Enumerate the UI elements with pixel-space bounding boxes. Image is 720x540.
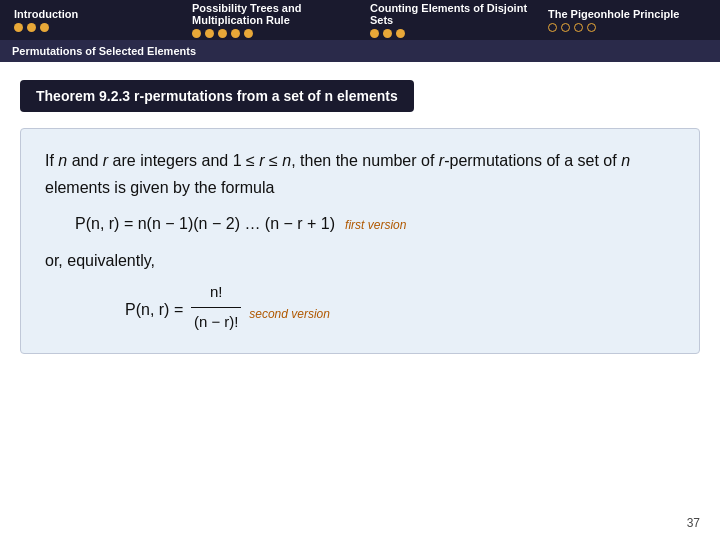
nav-section-possibility[interactable]: Possibility Trees and Multiplication Rul… [182, 0, 360, 40]
var-r: r [103, 152, 108, 169]
nav-title-pigeonhole: The Pigeonhole Principle [548, 8, 706, 20]
dot-2 [205, 29, 214, 38]
first-formula: P(n, r) = n(n − 1)(n − 2) … (n − r + 1) [75, 211, 335, 237]
dot-3 [574, 23, 583, 32]
second-version-label: second version [249, 305, 330, 325]
nav-dots-counting [370, 29, 528, 38]
nav-dots-possibility [192, 29, 350, 38]
dot-3 [40, 23, 49, 32]
top-navigation: Introduction Possibility Trees and Multi… [0, 0, 720, 40]
dot-2 [27, 23, 36, 32]
dot-5 [244, 29, 253, 38]
dot-1 [192, 29, 201, 38]
dot-1 [370, 29, 379, 38]
nav-dots-pigeonhole [548, 23, 706, 32]
main-paragraph: If n and r are integers and 1 ≤ r ≤ n, t… [45, 147, 675, 201]
first-version-label: first version [345, 216, 406, 236]
var-n: n [58, 152, 67, 169]
dot-3 [218, 29, 227, 38]
var-n2: n [282, 152, 291, 169]
pfr-equals: P(n, r) = [125, 297, 183, 323]
first-formula-line: P(n, r) = n(n − 1)(n − 2) … (n − r + 1) … [75, 211, 675, 237]
dot-2 [383, 29, 392, 38]
var-r3: r [439, 152, 444, 169]
dot-1 [14, 23, 23, 32]
dot-4 [587, 23, 596, 32]
sub-nav-title: Permutations of Selected Elements [12, 45, 196, 57]
dot-3 [396, 29, 405, 38]
nav-section-counting[interactable]: Counting Elements of Disjoint Sets [360, 0, 538, 40]
numerator: n! [191, 280, 241, 308]
denominator: (n − r)! [194, 308, 239, 335]
nav-section-pigeonhole[interactable]: The Pigeonhole Principle [538, 0, 716, 40]
nav-title-possibility: Possibility Trees and Multiplication Rul… [192, 2, 350, 26]
page-number: 37 [687, 516, 700, 530]
theorem-label: Theorem 9.2.3 r-permutations from a set … [20, 80, 414, 112]
var-r2: r [259, 152, 264, 169]
nav-dots-introduction [14, 23, 172, 32]
nav-title-introduction: Introduction [14, 8, 172, 20]
sub-navigation: Permutations of Selected Elements [0, 40, 720, 62]
nav-title-counting: Counting Elements of Disjoint Sets [370, 2, 528, 26]
nav-section-introduction[interactable]: Introduction [4, 0, 182, 40]
dot-4 [231, 29, 240, 38]
dot-2 [561, 23, 570, 32]
content-panel: If n and r are integers and 1 ≤ r ≤ n, t… [20, 128, 700, 354]
main-content: Theorem 9.2.3 r-permutations from a set … [0, 62, 720, 364]
second-formula-block: P(n, r) = n! (n − r)! second version [125, 280, 675, 335]
dot-1 [548, 23, 557, 32]
fraction: n! (n − r)! [191, 280, 241, 335]
var-n3: n [621, 152, 630, 169]
equiv-line: or, equivalently, [45, 248, 675, 274]
